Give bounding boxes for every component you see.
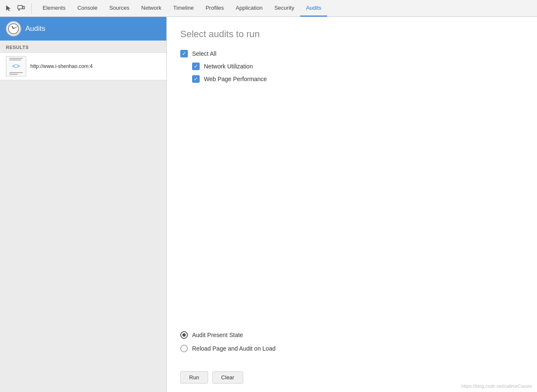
- tab-timeline[interactable]: Timeline: [167, 0, 200, 16]
- run-button[interactable]: Run: [180, 371, 208, 384]
- select-all-row: ✓ Select All: [180, 50, 523, 57]
- audit-present-state-radio[interactable]: [180, 331, 188, 339]
- reload-page-row: Reload Page and Audit on Load: [180, 345, 523, 352]
- tab-profiles[interactable]: Profiles: [200, 0, 230, 16]
- checkmark: ✓: [194, 76, 198, 82]
- button-row: Run Clear: [180, 371, 243, 384]
- checkmark: ✓: [194, 64, 198, 69]
- checkmark: ✓: [182, 51, 186, 56]
- sidebar-header: Audits: [0, 17, 166, 41]
- tab-elements[interactable]: Elements: [37, 0, 71, 16]
- watermark: https://blog.csdn.net/callmeCassie: [461, 384, 532, 389]
- web-page-performance-checkbox[interactable]: ✓: [192, 75, 200, 83]
- network-utilization-row: ✓ Network Utilization: [192, 63, 523, 70]
- devtools-navbar: Elements Console Sources Network Timelin…: [0, 0, 537, 17]
- result-url: http://www.i-shenhao.com:4: [30, 63, 92, 69]
- sidebar: Audits RESULTS <> http://www.i-shenhao.c…: [0, 17, 167, 392]
- results-section-label: RESULTS: [0, 41, 166, 52]
- panel-title: Select audits to run: [180, 29, 523, 40]
- html-icon: <>: [12, 63, 20, 70]
- reload-page-radio[interactable]: [180, 345, 188, 352]
- main-layout: Audits RESULTS <> http://www.i-shenhao.c…: [0, 17, 537, 392]
- network-utilization-checkbox[interactable]: ✓: [192, 63, 200, 70]
- svg-rect-1: [23, 6, 24, 9]
- tab-application[interactable]: Application: [230, 0, 268, 16]
- svg-rect-0: [18, 5, 22, 9]
- radio-section: Audit Present State Reload Page and Audi…: [180, 331, 523, 358]
- audit-present-state-row: Audit Present State: [180, 331, 523, 339]
- web-page-performance-row: ✓ Web Page Performance: [192, 75, 523, 83]
- tab-security[interactable]: Security: [268, 0, 300, 16]
- tab-sources[interactable]: Sources: [103, 0, 136, 16]
- content-panel: Select audits to run ✓ Select All ✓ Netw…: [167, 17, 537, 392]
- device-icon[interactable]: [16, 3, 26, 14]
- select-all-checkbox[interactable]: ✓: [180, 50, 188, 57]
- sidebar-title: Audits: [25, 24, 45, 33]
- tab-console[interactable]: Console: [71, 0, 103, 16]
- clock-icon: [6, 21, 21, 36]
- clear-button[interactable]: Clear: [212, 371, 243, 384]
- tab-audits[interactable]: Audits: [300, 0, 327, 16]
- reload-page-label[interactable]: Reload Page and Audit on Load: [192, 345, 276, 352]
- result-thumbnail: <>: [6, 56, 26, 76]
- tab-network[interactable]: Network: [136, 0, 168, 16]
- web-page-performance-label[interactable]: Web Page Performance: [204, 76, 267, 82]
- nav-icon-group: [3, 3, 32, 14]
- result-item[interactable]: <> http://www.i-shenhao.com:4: [0, 52, 166, 80]
- select-all-label[interactable]: Select All: [192, 50, 217, 57]
- cursor-icon[interactable]: [3, 3, 14, 14]
- nav-tabs: Elements Console Sources Network Timelin…: [37, 0, 327, 16]
- network-utilization-label[interactable]: Network Utilization: [204, 63, 253, 70]
- audit-present-state-label[interactable]: Audit Present State: [192, 332, 243, 338]
